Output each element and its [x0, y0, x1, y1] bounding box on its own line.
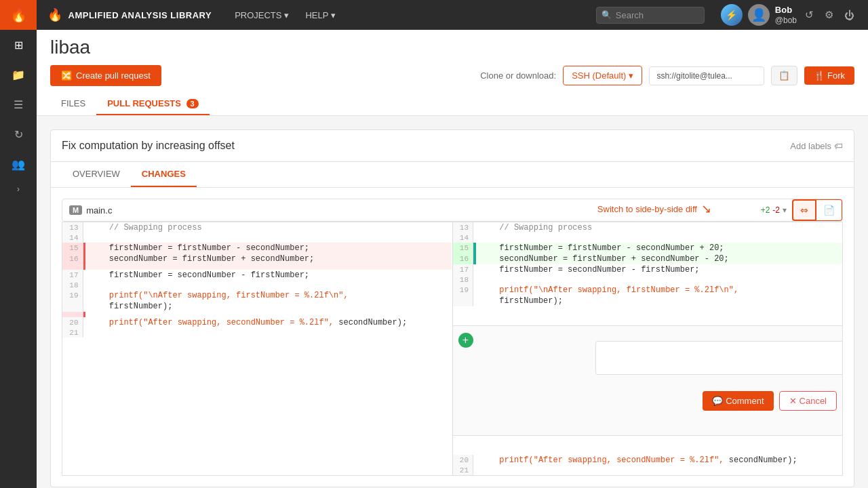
table-row: 17 firstNumber = secondNumber - firstNum… — [453, 264, 843, 275]
topnav-help[interactable]: HELP ▾ — [298, 7, 342, 23]
line-number: 13 — [453, 222, 473, 233]
tag-icon: 🏷 — [834, 141, 843, 151]
content-area: Fix computation by increasing offset Add… — [37, 116, 868, 488]
line-number: 18 — [62, 281, 83, 290]
fork-button[interactable]: 🍴 Fork — [804, 66, 854, 85]
file-bar: M main.c +2 -2 ▾ ⇔ 📄 — [62, 199, 843, 222]
line-number: 21 — [453, 466, 473, 475]
copy-url-button[interactable]: 📋 — [771, 66, 797, 85]
notification-icon[interactable]: ⚡ — [721, 4, 743, 26]
file-status-badge: M — [69, 205, 82, 215]
pr-tab-changes[interactable]: CHANGES — [131, 162, 197, 187]
search-area: 🔍 — [596, 7, 705, 24]
tab-files[interactable]: FILES — [50, 93, 96, 115]
username: Bob — [775, 5, 797, 16]
comment-area: + 💬 Comment — [453, 325, 843, 436]
sidebar-item-projects[interactable]: 📁 — [0, 60, 37, 89]
code-cell: firstNumber = firstNumber - secondNumber… — [85, 243, 452, 253]
table-row: 19 printf("\nAfter swapping, firstNumber… — [453, 285, 843, 296]
brand-label: AMPLIFIED ANALYSIS LIBRARY — [68, 10, 212, 20]
code-cell — [85, 264, 452, 270]
table-row: 15 firstNumber = firstNumber - secondNum… — [62, 243, 452, 253]
sidebar-item-list[interactable]: ☰ — [0, 89, 37, 119]
pr-tab-overview[interactable]: OVERVIEW — [62, 162, 131, 187]
main-area: 🔥 AMPLIFIED ANALYSIS LIBRARY PROJECTS ▾ … — [37, 0, 868, 488]
line-number: 13 — [62, 222, 83, 233]
search-input[interactable] — [596, 7, 705, 24]
ssh-dropdown-button[interactable]: SSH (Default) ▾ — [563, 66, 642, 85]
code-cell: firstNumber); — [476, 296, 843, 306]
clone-label: Clone or download: — [480, 70, 556, 81]
table-row: 14 — [453, 233, 843, 243]
comment-textarea[interactable] — [595, 341, 842, 375]
comment-row: + 💬 Comment — [453, 306, 843, 455]
line-number — [453, 296, 473, 306]
line-number: 20 — [62, 317, 83, 328]
code-cell: // Swapping process — [476, 222, 843, 233]
power-icon[interactable]: ⏻ — [842, 7, 857, 24]
line-number: 16 — [453, 253, 473, 264]
topnav-actions: ⚡ 👤 Bob @bob ↺ ⚙ ⏻ — [721, 4, 857, 26]
line-number — [62, 301, 83, 312]
page-tabs: FILES PULL REQUESTS 3 — [50, 93, 854, 115]
line-number: 15 — [453, 243, 473, 253]
table-row: firstNumber); — [453, 296, 843, 306]
line-number: 17 — [453, 264, 473, 275]
table-row: 15 firstNumber = firstNumber - secondNum… — [453, 243, 843, 253]
code-cell: // Swapping process — [85, 222, 452, 233]
line-number: 18 — [453, 275, 473, 285]
code-cell — [476, 466, 843, 475]
add-comment-button[interactable]: + — [458, 333, 473, 348]
comment-actions: 💬 Comment ✕ Cancel — [479, 391, 837, 411]
pr-count-badge: 3 — [186, 99, 199, 108]
side-by-side-view-button[interactable]: ⇔ — [792, 199, 816, 221]
comment-submit-button[interactable]: 💬 Comment — [703, 391, 773, 411]
code-cell — [85, 312, 452, 317]
line-number — [62, 312, 83, 317]
line-number: 19 — [453, 285, 473, 296]
table-row: 17 firstNumber = secondNumber - firstNum… — [62, 270, 452, 281]
table-row: 21 — [453, 466, 843, 475]
line-number: 19 — [62, 290, 83, 301]
sidebar-expand-btn[interactable]: › — [0, 179, 37, 199]
line-number: 14 — [453, 233, 473, 243]
table-row: 20 printf("After swapping, secondNumber … — [62, 317, 452, 328]
table-row: 21 — [62, 328, 452, 338]
code-cell: printf("After swapping, secondNumber = %… — [85, 317, 452, 328]
add-labels-button[interactable]: Add labels 🏷 — [790, 141, 843, 151]
code-cell — [85, 281, 452, 290]
avatar: 👤 — [748, 4, 770, 26]
cancel-comment-button[interactable]: ✕ Cancel — [779, 391, 837, 411]
page-actions-row: 🔀 Create pull request Clone or download:… — [50, 65, 854, 86]
code-cell: firstNumber = firstNumber - secondNumber… — [476, 243, 843, 253]
table-row: 13 // Swapping process — [453, 222, 843, 233]
comment-cell: + 💬 Comment — [453, 306, 843, 455]
chevron-down-icon: ▾ — [331, 10, 336, 20]
page-title: libaa — [50, 37, 90, 58]
brand-icon: 🔥 — [47, 7, 63, 22]
diff-sides-wrapper: 13 // Swapping process 14 — [62, 222, 843, 476]
code-cell — [476, 275, 843, 285]
left-code-table: 13 // Swapping process 14 — [62, 222, 452, 338]
create-pr-button[interactable]: 🔀 Create pull request — [50, 65, 161, 86]
table-row: 13 // Swapping process — [62, 222, 452, 233]
pr-card: Fix computation by increasing offset Add… — [50, 129, 854, 487]
sidebar-item-users[interactable]: 👥 — [0, 149, 37, 179]
code-cell: secondNumber = firstNumber + secondNumbe… — [85, 253, 452, 264]
table-row: 16 secondNumber = firstNumber + secondNu… — [62, 253, 452, 264]
code-cell: secondNumber = firstNumber + secondNumbe… — [476, 253, 843, 264]
switch-tooltip: Switch to side-by-side diff ↘ — [597, 201, 711, 216]
table-row: 20 printf("After swapping, secondNumber … — [453, 455, 843, 466]
topnav: 🔥 AMPLIFIED ANALYSIS LIBRARY PROJECTS ▾ … — [37, 0, 868, 30]
topnav-projects[interactable]: PROJECTS ▾ — [228, 7, 296, 23]
unified-view-button[interactable]: 📄 — [816, 199, 842, 221]
chevron-down-icon: ▾ — [783, 205, 787, 215]
sidebar-item-dashboard[interactable]: ⊞ — [0, 30, 37, 60]
gear-icon[interactable]: ⚙ — [822, 6, 836, 24]
history-icon[interactable]: ↺ — [802, 6, 816, 24]
page-header: libaa 🔀 Create pull request Clone or dow… — [37, 30, 868, 116]
table-row — [62, 312, 452, 317]
tab-pull-requests[interactable]: PULL REQUESTS 3 — [96, 93, 210, 115]
sidebar-item-refresh[interactable]: ↻ — [0, 119, 37, 149]
sidebar-logo[interactable]: 🔥 — [0, 0, 37, 30]
